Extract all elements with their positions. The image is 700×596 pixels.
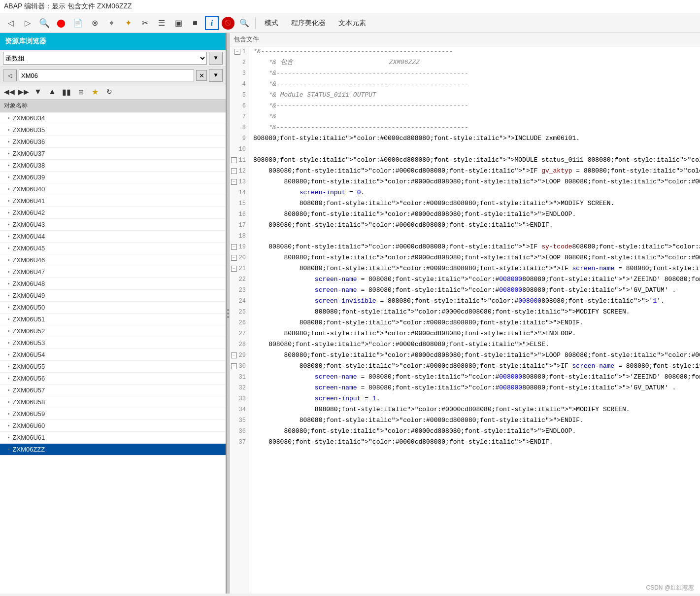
list-item[interactable]: •ZXM06U61: [0, 432, 226, 444]
prev-nav-btn[interactable]: ◁: [3, 70, 17, 81]
list-item[interactable]: •ZXM06U54: [0, 349, 226, 361]
code-line[interactable]: *&: [253, 111, 700, 122]
code-line[interactable]: 808080;font-style:italic">"color:#0000cd…: [253, 317, 700, 328]
list-item[interactable]: •ZXM06U34: [0, 112, 226, 124]
spark-btn[interactable]: ✦: [121, 16, 135, 30]
file-btn[interactable]: 📄: [71, 16, 85, 30]
code-line[interactable]: 808080;font-style:italic">"color:#0000cd…: [253, 242, 700, 252]
search-btn[interactable]: 🔍: [37, 16, 51, 30]
code-line[interactable]: 808080;font-style:italic">"color:#0000cd…: [253, 263, 700, 274]
list-item[interactable]: •ZXM06U38: [0, 160, 226, 172]
code-line[interactable]: 808080;font-style:italic">"color:#0000cd…: [253, 198, 700, 209]
info-btn[interactable]: i: [205, 16, 219, 30]
fold-icon[interactable]: −: [231, 168, 237, 174]
align-btn[interactable]: ☰: [155, 16, 168, 30]
menu-beautify[interactable]: 程序美化器: [286, 17, 331, 30]
code-line[interactable]: screen-name = 808080;font-style:italic">…: [253, 372, 700, 383]
code-line[interactable]: [253, 144, 700, 155]
code-line[interactable]: *&--------------------------------------…: [253, 46, 700, 57]
list-item[interactable]: •ZXM06U52: [0, 325, 226, 337]
code-line[interactable]: 808080;font-style:italic">"color:#0000cd…: [253, 176, 700, 187]
list-item[interactable]: •ZXM06U45: [0, 243, 226, 254]
nav-prev-btn[interactable]: ◀◀: [3, 86, 16, 98]
list-item[interactable]: •ZXM06U43: [0, 219, 226, 231]
code-line[interactable]: 808080;font-style:italic">"color:#0000cd…: [253, 328, 700, 339]
fold-icon[interactable]: −: [231, 255, 237, 261]
cut-btn[interactable]: ✂: [138, 16, 152, 30]
menu-text[interactable]: 文本元素: [333, 17, 371, 30]
code-line[interactable]: 808080;font-style:italic">"color:#0000cd…: [253, 220, 700, 231]
code-line[interactable]: screen-name = 808080;font-style:italic">…: [253, 383, 700, 393]
code-line[interactable]: 808080;font-style:italic">"color:#0000cd…: [253, 437, 700, 448]
list-item[interactable]: •ZXM06U37: [0, 148, 226, 160]
forward-btn[interactable]: ▷: [21, 16, 34, 30]
object-search-input[interactable]: [19, 70, 194, 81]
list-item[interactable]: •ZXM06U39: [0, 172, 226, 183]
code-line[interactable]: screen-invisible = 808080;font-style:ita…: [253, 296, 700, 307]
list-item[interactable]: •ZXM06U50: [0, 302, 226, 314]
list-item[interactable]: •ZXM06U48: [0, 278, 226, 290]
code-line[interactable]: 808080;font-style:italic">"color:#0000cd…: [253, 209, 700, 220]
circle-btn[interactable]: ⊗: [88, 16, 101, 30]
stop-btn[interactable]: 🚫: [222, 17, 234, 30]
code-line[interactable]: [253, 231, 700, 242]
list-item[interactable]: •ZXM06U60: [0, 420, 226, 432]
grid-btn[interactable]: ▣: [171, 16, 185, 30]
fold-icon[interactable]: −: [234, 49, 240, 55]
category-dropdown[interactable]: 函数组 程序 类: [3, 52, 207, 65]
code-line[interactable]: 808080;font-style:italic">"color:#0000cd…: [253, 339, 700, 350]
grid2-btn[interactable]: ◾: [188, 16, 202, 30]
list-item[interactable]: •ZXM06U35: [0, 124, 226, 136]
refresh-btn[interactable]: ↻: [103, 86, 116, 98]
code-line[interactable]: *&--------------------------------------…: [253, 101, 700, 111]
code-line[interactable]: 808080;font-style:italic">"color:#0000cd…: [253, 404, 700, 415]
code-line[interactable]: *& 包含 ZXM06ZZZ: [253, 57, 700, 68]
zoom-btn[interactable]: 🔍: [237, 16, 251, 30]
code-line[interactable]: 808080;font-style:italic">"color:#0000cd…: [253, 415, 700, 426]
code-line[interactable]: *&--------------------------------------…: [253, 79, 700, 90]
list-item[interactable]: •ZXM06U59: [0, 408, 226, 420]
code-line[interactable]: 808080;font-style:italic">"color:#0000cd…: [253, 155, 700, 166]
menu-mode[interactable]: 模式: [260, 17, 283, 30]
dot-btn[interactable]: ⬤: [54, 16, 68, 30]
code-line[interactable]: 808080;font-style:italic">"color:#0000cd…: [253, 133, 700, 144]
tree-btn[interactable]: ⊞: [74, 86, 87, 98]
list-item[interactable]: •ZXM06U42: [0, 207, 226, 219]
fold-icon[interactable]: −: [231, 179, 237, 185]
nav-next-btn[interactable]: ▶▶: [17, 86, 30, 98]
fold-icon[interactable]: −: [231, 244, 237, 250]
fold-icon[interactable]: −: [231, 363, 237, 369]
list-item[interactable]: •ZXM06U58: [0, 396, 226, 408]
list-item[interactable]: •ZXM06U55: [0, 361, 226, 373]
code-line[interactable]: *&--------------------------------------…: [253, 68, 700, 79]
code-area[interactable]: −12345678910−11−12−131415161718−19−20−21…: [230, 46, 700, 594]
object-list[interactable]: •ZXM06U34•ZXM06U35•ZXM06U36•ZXM06U37•ZXM…: [0, 112, 226, 594]
code-line[interactable]: 808080;font-style:italic">"color:#0000cd…: [253, 307, 700, 317]
fold-icon[interactable]: −: [231, 157, 237, 163]
list-item[interactable]: •ZXM06U53: [0, 337, 226, 349]
panel-splitter[interactable]: [227, 33, 230, 594]
list-item[interactable]: •ZXM06U46: [0, 254, 226, 266]
list-item[interactable]: •ZXM06U51: [0, 314, 226, 325]
dropdown-arrow-btn[interactable]: ▼: [209, 52, 223, 65]
expand-btn[interactable]: ▼: [32, 86, 44, 98]
list-item[interactable]: •ZXM06U41: [0, 195, 226, 207]
code-line[interactable]: 808080;font-style:italic">"color:#0000cd…: [253, 252, 700, 263]
find-btn[interactable]: ▮▮: [60, 86, 73, 98]
search-dropdown-btn[interactable]: ▼: [209, 69, 223, 82]
list-item[interactable]: •ZXM06U49: [0, 290, 226, 302]
code-line[interactable]: screen-input = 1.: [253, 393, 700, 404]
collapse-btn[interactable]: ▲: [46, 86, 59, 98]
fold-icon[interactable]: −: [231, 266, 237, 272]
list-item[interactable]: •ZXM06U40: [0, 183, 226, 195]
back-btn[interactable]: ◁: [4, 16, 18, 30]
code-line[interactable]: screen-input = 0.: [253, 187, 700, 198]
code-line[interactable]: *& Module STATUS_0111 OUTPUT: [253, 90, 700, 101]
list-item[interactable]: •ZXM06U47: [0, 266, 226, 278]
code-line[interactable]: *&--------------------------------------…: [253, 122, 700, 133]
list-item[interactable]: •ZXM06ZZZ: [0, 444, 226, 456]
list-item[interactable]: •ZXM06U44: [0, 231, 226, 243]
code-line[interactable]: 808080;font-style:italic">"color:#0000cd…: [253, 350, 700, 361]
list-item[interactable]: •ZXM06U56: [0, 373, 226, 385]
edit-btn[interactable]: ⌖: [104, 16, 118, 30]
